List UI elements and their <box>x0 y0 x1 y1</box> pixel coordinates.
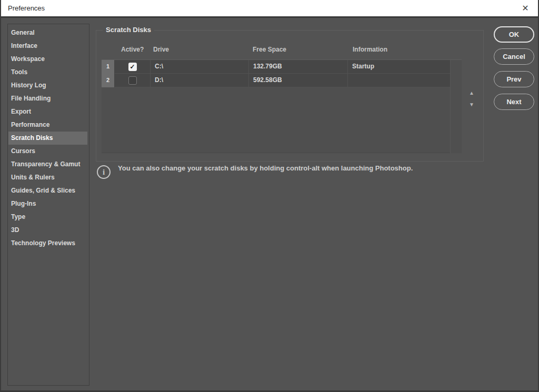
sidebar-item-export[interactable]: Export <box>8 105 87 118</box>
column-header-free-space: Free Space <box>253 46 286 53</box>
window-title: Preferences <box>8 0 45 17</box>
group-title: Scratch Disks <box>103 26 154 34</box>
sidebar-item-cursors[interactable]: Cursors <box>8 145 87 158</box>
sidebar-item-workspace[interactable]: Workspace <box>8 53 87 66</box>
table-row-drive-d[interactable]: 2 D:\ 592.58GB <box>102 74 450 87</box>
sidebar-item-interface[interactable]: Interface <box>8 39 87 53</box>
sidebar-item-technology-previews[interactable]: Technology Previews <box>8 237 87 250</box>
free-space-cell: 132.79GB <box>249 60 348 74</box>
sidebar-item-general[interactable]: General <box>8 26 87 39</box>
table-scrollbar[interactable] <box>450 60 462 153</box>
sidebar-item-tools[interactable]: Tools <box>8 66 87 79</box>
sidebar-item-transparency-gamut[interactable]: Transparency & Gamut <box>8 158 87 171</box>
drive-cell: D:\ <box>151 74 249 87</box>
next-button[interactable]: Next <box>494 94 534 110</box>
active-cell <box>115 74 151 87</box>
row-index: 1 <box>102 60 115 74</box>
preferences-sidebar: General Interface Workspace Tools Histor… <box>7 24 89 386</box>
ok-button[interactable]: OK <box>494 26 534 43</box>
free-space-cell: 592.58GB <box>249 74 348 87</box>
close-icon[interactable]: ✕ <box>516 0 535 16</box>
table-row-drive-c[interactable]: 1 ✓ C:\ 132.79GB Startup <box>102 60 450 74</box>
sidebar-item-history-log[interactable]: History Log <box>8 79 87 92</box>
sidebar-item-type[interactable]: Type <box>8 210 87 224</box>
sidebar-item-scratch-disks[interactable]: Scratch Disks <box>8 132 87 145</box>
sidebar-item-3d[interactable]: 3D <box>8 224 87 237</box>
sidebar-item-performance[interactable]: Performance <box>8 118 87 132</box>
row-index: 2 <box>102 74 115 87</box>
info-text: You can also change your scratch disks b… <box>118 164 418 173</box>
sidebar-item-plug-ins[interactable]: Plug-Ins <box>8 197 87 210</box>
scratch-disks-table: 1 ✓ C:\ 132.79GB Startup 2 D:\ 592.58GB <box>102 59 462 153</box>
column-header-drive: Drive <box>153 46 169 53</box>
cancel-button[interactable]: Cancel <box>494 48 534 65</box>
move-up-arrow-icon[interactable]: ▲ <box>467 89 476 97</box>
preferences-dialog: Preferences ✕ General Interface Workspac… <box>0 0 539 392</box>
sidebar-item-file-handling[interactable]: File Handling <box>8 92 87 105</box>
active-checkbox-unchecked[interactable] <box>128 76 137 85</box>
column-header-information: Information <box>353 46 387 53</box>
info-icon: i <box>97 165 111 179</box>
sidebar-item-guides-grid-slices[interactable]: Guides, Grid & Slices <box>8 184 87 197</box>
scratch-disks-group: Scratch Disks Active? Drive Free Space I… <box>96 30 484 162</box>
information-cell: Startup <box>348 60 450 74</box>
column-header-active: Active? <box>121 46 144 53</box>
sidebar-item-units-rulers[interactable]: Units & Rulers <box>8 171 87 184</box>
active-cell: ✓ <box>115 60 151 74</box>
drive-cell: C:\ <box>151 60 249 74</box>
prev-button[interactable]: Prev <box>494 71 534 87</box>
active-checkbox-checked[interactable]: ✓ <box>128 63 137 71</box>
information-cell <box>348 74 450 87</box>
title-bar: Preferences ✕ <box>1 0 538 18</box>
move-down-arrow-icon[interactable]: ▼ <box>467 101 476 108</box>
